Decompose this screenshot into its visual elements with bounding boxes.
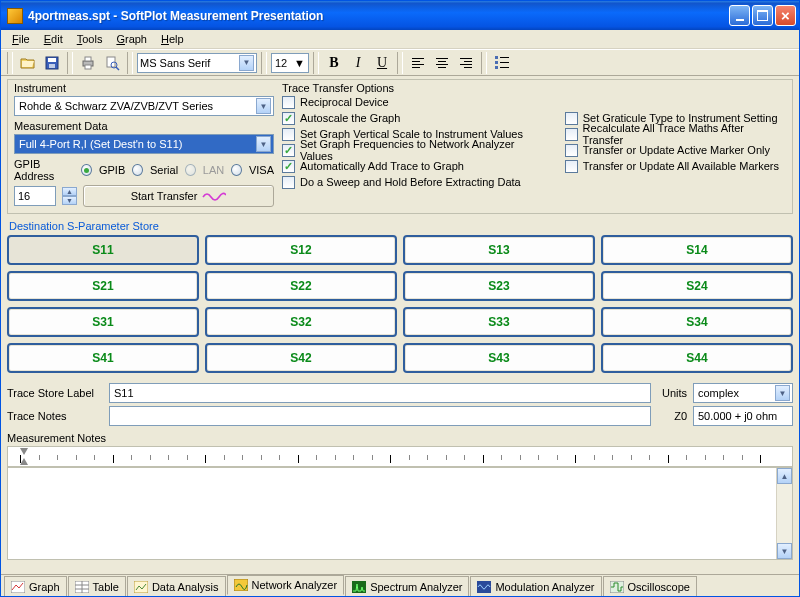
measurement-data-select[interactable]: Full 4-Port R,I (Set Dest'n to S11) ▼: [14, 134, 274, 154]
align-left-button[interactable]: [407, 52, 429, 74]
scroll-up-icon[interactable]: ▲: [777, 468, 792, 484]
tab-spectrum-analyzer[interactable]: Spectrum Analyzer: [345, 576, 469, 596]
tab-modulation-analyzer[interactable]: Modulation Analyzer: [470, 576, 601, 596]
svg-rect-4: [85, 57, 91, 61]
underline-button[interactable]: U: [371, 52, 393, 74]
measurement-notes-textarea[interactable]: ▲ ▼: [7, 467, 793, 560]
s-button-s24[interactable]: S24: [601, 271, 793, 301]
font-family-select[interactable]: MS Sans Serif ▼: [137, 53, 257, 73]
s-parameter-grid: S11 S12 S13 S14 S21 S22 S23 S24 S31 S32 …: [7, 235, 793, 373]
units-value: complex: [698, 387, 739, 399]
measurement-data-value: Full 4-Port R,I (Set Dest'n to S11): [19, 138, 183, 150]
font-size-value: 12: [275, 57, 287, 69]
toolbar: MS Sans Serif ▼ 12 ▼ B I U: [1, 49, 799, 76]
align-right-button[interactable]: [455, 52, 477, 74]
chevron-down-icon: ▼: [775, 385, 790, 401]
radio-visa[interactable]: [231, 164, 242, 176]
gpib-address-input[interactable]: 16: [14, 186, 56, 206]
bullet-list-button[interactable]: [491, 52, 513, 74]
tab-network-analyzer[interactable]: Network Analyzer: [227, 575, 345, 595]
z0-input[interactable]: 50.000 + j0 ohm: [693, 406, 793, 426]
chk-autoscale[interactable]: [282, 112, 295, 125]
print-icon[interactable]: [77, 52, 99, 74]
trace-notes-caption: Trace Notes: [7, 410, 103, 422]
gpib-address-stepper[interactable]: ▲▼: [62, 187, 77, 205]
units-select[interactable]: complex ▼: [693, 383, 793, 403]
svg-rect-14: [134, 581, 148, 593]
chk-vertical-scale[interactable]: [282, 128, 295, 141]
s-button-s42[interactable]: S42: [205, 343, 397, 373]
s-button-s32[interactable]: S32: [205, 307, 397, 337]
trace-store-label-caption: Trace Store Label: [7, 387, 103, 399]
s-button-s43[interactable]: S43: [403, 343, 595, 373]
gpib-address-label: GPIB Address: [14, 158, 74, 182]
window-title: 4portmeas.spt - SoftPlot Measurement Pre…: [28, 9, 729, 23]
menubar: File Edit Tools Graph Help: [1, 30, 799, 49]
ruler[interactable]: [7, 446, 793, 467]
radio-gpib[interactable]: [81, 164, 92, 176]
font-family-value: MS Sans Serif: [140, 57, 210, 69]
s-button-s12[interactable]: S12: [205, 235, 397, 265]
chk-auto-add[interactable]: [282, 160, 295, 173]
units-caption: Units: [657, 387, 687, 399]
s-button-s41[interactable]: S41: [7, 343, 199, 373]
s-button-s23[interactable]: S23: [403, 271, 595, 301]
start-transfer-button[interactable]: Start Transfer: [83, 185, 274, 207]
minimize-button[interactable]: [729, 5, 750, 26]
tab-graph[interactable]: Graph: [4, 576, 67, 596]
content-area: Instrument Rohde & Schwarz ZVA/ZVB/ZVT S…: [1, 76, 799, 574]
print-preview-icon[interactable]: [101, 52, 123, 74]
chevron-down-icon: ▼: [239, 55, 254, 71]
tab-data-analysis[interactable]: Data Analysis: [127, 576, 226, 596]
s-button-s21[interactable]: S21: [7, 271, 199, 301]
s-button-s13[interactable]: S13: [403, 235, 595, 265]
app-icon: [7, 8, 23, 24]
radio-serial[interactable]: [132, 164, 143, 176]
chk-graticule[interactable]: [565, 112, 578, 125]
chk-active-marker[interactable]: [565, 144, 578, 157]
menu-edit[interactable]: Edit: [37, 31, 70, 47]
oscilloscope-icon: [610, 581, 624, 593]
graph-icon: [11, 581, 25, 593]
save-icon[interactable]: [41, 52, 63, 74]
svg-rect-17: [477, 581, 491, 593]
align-center-button[interactable]: [431, 52, 453, 74]
s-button-s44[interactable]: S44: [601, 343, 793, 373]
tab-table[interactable]: Table: [68, 576, 126, 596]
menu-file[interactable]: File: [5, 31, 37, 47]
chk-all-markers[interactable]: [565, 160, 578, 173]
s-button-s33[interactable]: S33: [403, 307, 595, 337]
chk-recalc[interactable]: [565, 128, 578, 141]
s-button-s31[interactable]: S31: [7, 307, 199, 337]
s-button-s22[interactable]: S22: [205, 271, 397, 301]
measurement-notes-caption: Measurement Notes: [7, 432, 793, 444]
s-button-s11[interactable]: S11: [7, 235, 199, 265]
tab-oscilloscope[interactable]: Oscilloscope: [603, 576, 697, 596]
s-button-s34[interactable]: S34: [601, 307, 793, 337]
font-size-select[interactable]: 12 ▼: [271, 53, 309, 73]
menu-tools[interactable]: Tools: [70, 31, 110, 47]
menu-graph[interactable]: Graph: [109, 31, 154, 47]
scrollbar[interactable]: ▲ ▼: [776, 468, 792, 559]
menu-help[interactable]: Help: [154, 31, 191, 47]
scroll-down-icon[interactable]: ▼: [777, 543, 792, 559]
maximize-button[interactable]: [752, 5, 773, 26]
bottom-tabs: Graph Table Data Analysis Network Analyz…: [1, 574, 799, 596]
instrument-label: Instrument: [14, 82, 274, 94]
bold-button[interactable]: B: [323, 52, 345, 74]
chk-sweep-hold[interactable]: [282, 176, 295, 189]
instrument-select[interactable]: Rohde & Schwarz ZVA/ZVB/ZVT Series ▼: [14, 96, 274, 116]
s-button-s14[interactable]: S14: [601, 235, 793, 265]
open-icon[interactable]: [17, 52, 39, 74]
chk-frequencies[interactable]: [282, 144, 295, 157]
z0-caption: Z0: [657, 410, 687, 422]
chevron-down-icon: ▼: [256, 98, 271, 114]
italic-button[interactable]: I: [347, 52, 369, 74]
close-button[interactable]: [775, 5, 796, 26]
titlebar: 4portmeas.spt - SoftPlot Measurement Pre…: [1, 1, 799, 30]
ruler-marker-top[interactable]: [20, 448, 28, 455]
chk-reciprocal[interactable]: [282, 96, 295, 109]
trace-store-label-input[interactable]: S11: [109, 383, 651, 403]
measurement-data-label: Measurement Data: [14, 120, 274, 132]
trace-notes-input[interactable]: [109, 406, 651, 426]
